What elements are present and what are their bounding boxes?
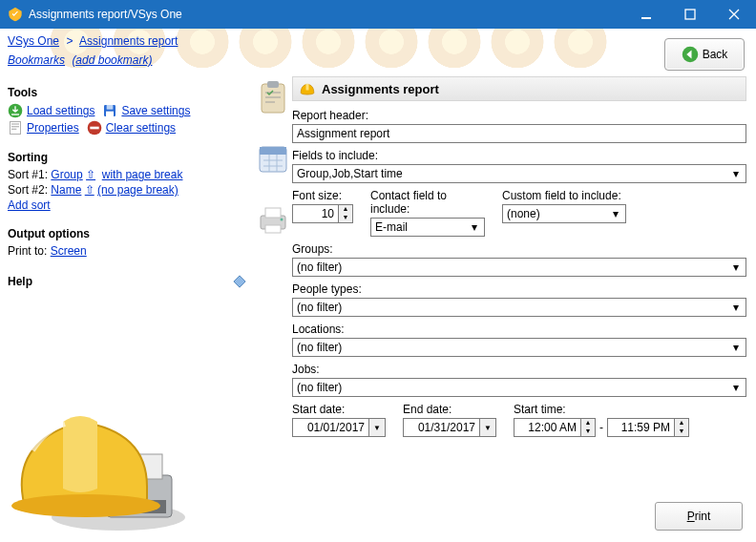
bookmarks-link[interactable]: Bookmarks [8,53,65,67]
help-expand-icon[interactable] [233,275,246,288]
svg-rect-19 [262,84,284,113]
back-icon [682,46,699,63]
window-close-button[interactable] [712,0,756,29]
svg-rect-27 [306,84,309,91]
start-date-label: Start date: [292,403,386,416]
locations-select[interactable]: (no filter)▾ [292,338,746,357]
window-minimize-button[interactable] [624,0,668,29]
spin-up-icon[interactable]: ▲ [339,205,352,214]
chevron-down-icon: ▾ [728,301,744,314]
chevron-down-icon: ▾ [467,220,482,234]
jobs-select[interactable]: (no filter)▾ [292,378,746,397]
sorting-header: Sorting [8,151,246,164]
clipboard-icon [256,80,290,115]
report-hero-image [4,384,185,536]
calendar-icon [256,141,290,176]
sort1-field-link[interactable]: Group [51,168,82,181]
jobs-label: Jobs: [292,363,746,376]
end-date-picker[interactable]: ▼ [403,418,496,437]
svg-rect-9 [11,123,19,124]
chevron-down-icon: ▾ [728,167,744,180]
svg-rect-7 [106,112,114,116]
pane-header: Assignments report [292,76,746,101]
svg-rect-6 [107,105,114,110]
properties-icon [8,120,23,136]
spin-down-icon[interactable]: ▼ [339,214,352,222]
contact-field-select[interactable]: E-mail▾ [370,218,485,237]
properties-link[interactable]: Properties [8,120,79,136]
breadcrumb-root[interactable]: VSys One [8,34,59,48]
add-bookmark-link[interactable]: (add bookmark) [72,53,152,67]
chevron-down-icon: ▾ [608,207,623,220]
chevron-down-icon[interactable]: ▼ [479,418,496,437]
people-types-label: People types: [292,282,746,296]
help-header: Help [8,275,32,288]
save-settings-link[interactable]: Save settings [102,103,190,118]
sort-2: Sort #2: Name ⇧ (no page break) [8,183,246,197]
groups-label: Groups: [292,242,746,256]
sort-1: Sort #1: Group ⇧ with page break [8,168,246,181]
print-to-link[interactable]: Screen [51,244,87,258]
font-size-label: Font size: [292,189,353,202]
start-time-to-stepper[interactable]: ▲▼ [607,418,689,437]
breadcrumb-current[interactable]: Assignments report [79,34,178,48]
svg-point-18 [11,494,160,517]
report-header-label: Report header: [292,109,746,122]
svg-rect-20 [267,81,279,88]
start-time-from-stepper[interactable]: ▲▼ [514,418,596,437]
window-title: Assignments report/VSys One [29,8,624,21]
contact-field-label: Contact field to include: [370,189,485,216]
chevron-down-icon: ▾ [728,341,744,354]
back-button[interactable]: Back [664,38,745,71]
sidebar: Tools Load settings Save settings Proper… [0,76,254,542]
window-maximize-button[interactable] [668,0,712,29]
svg-rect-0 [641,17,651,19]
svg-point-26 [281,219,284,221]
app-icon [8,7,23,22]
titlebar: Assignments report/VSys One [0,0,756,29]
svg-rect-10 [11,126,19,127]
svg-rect-1 [685,10,695,19]
start-time-label: Start time: [514,403,689,416]
start-date-picker[interactable]: ▼ [292,418,386,437]
svg-rect-11 [11,129,16,130]
sort2-pagebreak-link[interactable]: (no page break) [97,183,178,197]
print-button[interactable]: Print [655,502,743,531]
people-types-select[interactable]: (no filter)▾ [292,298,746,317]
chevron-down-icon: ▾ [728,261,744,274]
clear-settings-icon [87,120,102,136]
printer-icon [256,202,290,237]
svg-rect-13 [90,127,98,130]
end-date-label: End date: [403,403,496,416]
groups-select[interactable]: (no filter)▾ [292,258,746,277]
chevron-down-icon: ▾ [728,381,744,394]
svg-rect-24 [265,208,281,218]
load-settings-link[interactable]: Load settings [8,103,94,118]
tools-header: Tools [8,86,246,99]
sort2-field-link[interactable]: Name [51,183,81,197]
save-settings-icon [102,103,117,118]
fields-include-label: Fields to include: [292,149,746,162]
chevron-down-icon[interactable]: ▼ [368,418,386,437]
custom-field-select[interactable]: (none)▾ [502,204,626,223]
load-settings-icon [8,103,23,118]
locations-label: Locations: [292,323,746,336]
add-sort-link[interactable]: Add sort [8,198,51,212]
output-header: Output options [8,227,246,240]
sort2-dir-link[interactable]: ⇧ [85,183,94,197]
svg-rect-22 [260,147,286,155]
sort1-dir-link[interactable]: ⇧ [86,168,95,181]
breadcrumb: VSys One > Assignments report [8,34,178,48]
report-header-input[interactable] [292,124,746,143]
main-panel: Assignments report Report header: Fields… [292,76,756,542]
custom-field-label: Custom field to include: [502,189,626,202]
section-icons [254,76,292,542]
clear-settings-link[interactable]: Clear settings [87,120,176,136]
fields-include-select[interactable]: Group,Job,Start time▾ [292,164,746,183]
sort1-pagebreak-link[interactable]: with page break [102,168,183,181]
svg-rect-4 [11,114,19,115]
hardhat-icon [299,80,316,97]
svg-rect-25 [265,225,281,233]
font-size-stepper[interactable]: ▲▼ [292,204,353,223]
